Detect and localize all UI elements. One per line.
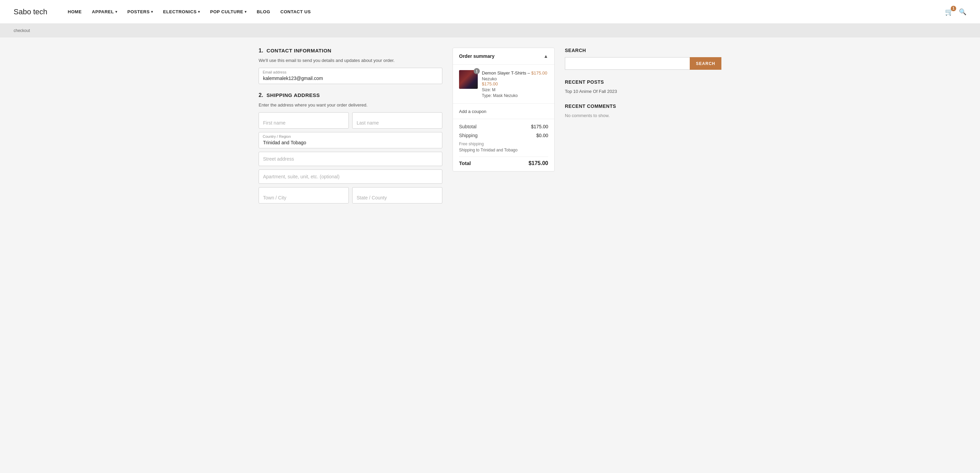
recent-comments-section: RECENT COMMENTS No comments to show. xyxy=(565,104,721,118)
no-comments-text: No comments to show. xyxy=(565,113,721,118)
shipping-address-title: SHIPPING ADDRESS xyxy=(266,92,320,98)
section-2-number: 2. xyxy=(259,92,263,98)
subtotal-row: Subtotal $175.00 xyxy=(459,124,548,129)
cart-badge: 1 xyxy=(951,6,956,11)
nav-posters[interactable]: POSTERS ▾ xyxy=(127,9,153,14)
first-name-input[interactable] xyxy=(259,112,349,129)
shipping-row: Shipping $0.00 Free shipping xyxy=(459,133,548,147)
search-row: SEARCH xyxy=(565,57,721,70)
nav-pop-culture[interactable]: POP CULTURE ▾ xyxy=(210,9,247,14)
nav-apparel[interactable]: APPAREL ▾ xyxy=(92,9,117,14)
shipping-sub: Free shipping xyxy=(459,142,548,147)
apartment-field-wrap xyxy=(259,169,442,184)
sidebar: Search SEARCH RECENT POSTS Top 10 Anime … xyxy=(565,48,721,207)
contact-info-desc: We'll use this email to send you details… xyxy=(259,58,442,63)
shipping-value: $0.00 xyxy=(536,133,548,138)
chevron-down-icon: ▾ xyxy=(151,10,153,14)
recent-posts-section: RECENT POSTS Top 10 Anime Of Fall 2023 xyxy=(565,79,721,94)
item-quantity-badge: 1 xyxy=(474,68,480,74)
subheader-bar: checkout xyxy=(0,24,980,37)
state-field xyxy=(352,187,442,204)
order-item: 1 Demon Slayer T-Shirts – $175.00 Nezuko… xyxy=(453,65,554,104)
nav-contact-us[interactable]: CONTACT US xyxy=(280,9,311,14)
apartment-input[interactable] xyxy=(259,169,442,184)
order-summary-col: Order summary ▲ 1 Demon Slayer T-Shirts … xyxy=(453,48,555,207)
email-field-wrap: Email address xyxy=(259,68,442,84)
item-image-wrap: 1 xyxy=(459,70,478,89)
country-field-wrap: Country / Region xyxy=(259,132,442,148)
shipping-address-header: 2. SHIPPING ADDRESS xyxy=(259,92,442,98)
chevron-up-icon[interactable]: ▲ xyxy=(543,53,548,59)
item-price: $175.00 xyxy=(531,70,547,76)
last-name-input[interactable] xyxy=(352,112,442,129)
item-name: Demon Slayer T-Shirts – xyxy=(482,70,530,76)
checkout-form: 1. CONTACT INFORMATION We'll use this em… xyxy=(259,48,442,207)
last-name-field xyxy=(352,112,442,129)
name-row xyxy=(259,112,442,129)
total-label: Total xyxy=(459,160,471,166)
item-name-line: Demon Slayer T-Shirts – $175.00 xyxy=(482,70,548,76)
totals-section: Subtotal $175.00 Shipping $0.00 Free shi… xyxy=(453,119,554,171)
subtotal-value: $175.00 xyxy=(531,124,548,129)
street-input[interactable] xyxy=(259,152,442,166)
street-field-wrap xyxy=(259,152,442,166)
email-label: Email address xyxy=(263,70,286,74)
search-icon-button[interactable]: 🔍 xyxy=(959,8,966,16)
contact-info-title: CONTACT INFORMATION xyxy=(266,48,331,53)
item-type: Type: Mask Nezuko xyxy=(482,93,548,98)
order-summary-box: Order summary ▲ 1 Demon Slayer T-Shirts … xyxy=(453,48,555,172)
nav-electronics[interactable]: ELECTRONICS ▾ xyxy=(163,9,200,14)
town-input[interactable] xyxy=(259,187,349,204)
order-summary-header: Order summary ▲ xyxy=(453,48,554,65)
item-sub-price: $175.00 xyxy=(482,81,548,86)
main-nav: HOME APPAREL ▾ POSTERS ▾ ELECTRONICS ▾ P… xyxy=(68,9,945,14)
coupon-section: Add a coupon xyxy=(453,104,554,119)
subtotal-label: Subtotal xyxy=(459,124,476,129)
recent-comments-title: RECENT COMMENTS xyxy=(565,104,721,109)
total-row: Total $175.00 xyxy=(459,156,548,166)
shipping-address-desc: Enter the address where you want your or… xyxy=(259,102,442,108)
shipping-to: Shipping to Trinidad and Tobago xyxy=(459,148,548,153)
search-input[interactable] xyxy=(565,57,690,70)
section-1-number: 1. xyxy=(259,48,263,54)
header: Sabo tech HOME APPAREL ▾ POSTERS ▾ ELECT… xyxy=(0,0,980,24)
country-input[interactable] xyxy=(259,132,442,148)
search-section: Search SEARCH xyxy=(565,48,721,70)
town-state-row xyxy=(259,187,442,204)
add-coupon-link[interactable]: Add a coupon xyxy=(459,109,486,114)
item-details: Demon Slayer T-Shirts – $175.00 Nezuko $… xyxy=(482,70,548,98)
search-button[interactable]: SEARCH xyxy=(690,57,721,70)
shipping-address-section: 2. SHIPPING ADDRESS Enter the address wh… xyxy=(259,92,442,204)
nav-home[interactable]: HOME xyxy=(68,9,82,14)
nav-blog[interactable]: BLOG xyxy=(257,9,270,14)
item-sub-name: Nezuko xyxy=(482,76,548,81)
chevron-down-icon: ▾ xyxy=(198,10,200,14)
search-section-title: Search xyxy=(565,48,721,53)
contact-info-header: 1. CONTACT INFORMATION xyxy=(259,48,442,54)
shipping-label: Shipping xyxy=(459,133,478,138)
recent-post-item[interactable]: Top 10 Anime Of Fall 2023 xyxy=(565,89,721,94)
chevron-down-icon: ▾ xyxy=(245,10,247,14)
cart-button[interactable]: 🛒 1 xyxy=(945,8,953,16)
recent-posts-title: RECENT POSTS xyxy=(565,79,721,85)
first-name-field xyxy=(259,112,349,129)
state-input[interactable] xyxy=(352,187,442,204)
town-field xyxy=(259,187,349,204)
order-summary-title: Order summary xyxy=(459,53,495,59)
contact-info-section: 1. CONTACT INFORMATION We'll use this em… xyxy=(259,48,442,84)
total-value: $175.00 xyxy=(528,160,548,166)
subheader-text: checkout xyxy=(14,28,30,33)
page-content: 1. CONTACT INFORMATION We'll use this em… xyxy=(245,37,735,217)
item-size: Size: M xyxy=(482,88,548,92)
logo[interactable]: Sabo tech xyxy=(14,8,47,16)
chevron-down-icon: ▾ xyxy=(115,10,118,14)
header-actions: 🛒 1 🔍 xyxy=(945,8,966,16)
